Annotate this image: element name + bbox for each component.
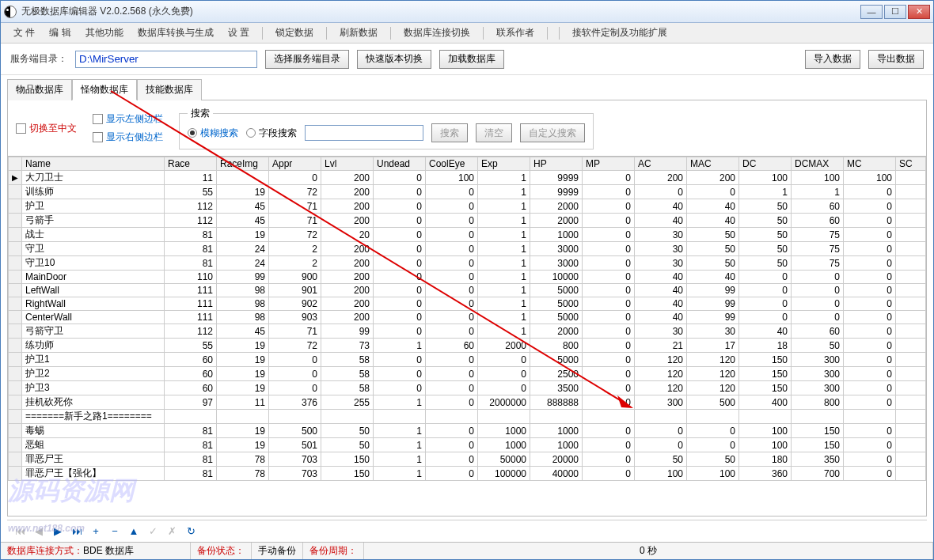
column-header[interactable]: Race (165, 157, 217, 171)
conn-label: 数据库连接方式： (7, 544, 83, 558)
column-header[interactable]: MP (583, 157, 635, 171)
backup-period-label: 备份周期： (309, 544, 357, 558)
menu-item[interactable]: 编 辑 (43, 24, 77, 42)
table-row[interactable]: 护卫16019058000500001201201503000 (9, 353, 926, 367)
table-row[interactable]: LeftWall11198901200001500004099000 (9, 284, 926, 297)
nav-add-icon[interactable]: + (89, 525, 102, 538)
table-row[interactable]: =======新手之路1======== (9, 410, 926, 424)
conn-value: BDE 数据库 (83, 544, 134, 558)
table-row[interactable]: 训练师5519722000019999000110 (9, 185, 926, 199)
column-header[interactable]: DC (739, 157, 792, 171)
show-right-checkbox[interactable]: 显示右侧边栏 (93, 131, 163, 144)
menu-item[interactable]: 文 件 (7, 24, 41, 42)
column-header[interactable]: Undead (374, 157, 426, 171)
menubar: 文 件编 辑其他功能数据库转换与生成设 置锁定数据刷新数据数据库连接切换联系作者… (1, 23, 933, 44)
import-button[interactable]: 导入数据 (805, 50, 860, 69)
backup-state-value: 手动备份 (258, 544, 296, 558)
column-header[interactable]: AC (635, 157, 687, 171)
toolbar: 服务端目录： 选择服务端目录 快速版本切换 加载数据库 导入数据 导出数据 (1, 44, 933, 75)
menu-item[interactable]: 接软件定制及功能扩展 (566, 24, 674, 42)
menu-item[interactable]: 联系作者 (490, 24, 541, 42)
table-row[interactable]: 罪恶尸王【强化】81787031501010000040000010010036… (9, 467, 926, 481)
server-path-input[interactable] (75, 51, 257, 68)
table-row[interactable]: 毒蜴81195005010100010000001001500 (9, 424, 926, 438)
table-row[interactable]: CenterWall11198903200001500004099000 (9, 311, 926, 324)
table-row[interactable]: 恶蛆81195015010100010000001001500 (9, 438, 926, 452)
table-row[interactable]: 弓箭手112457120000120000404050600 (9, 214, 926, 228)
column-header[interactable]: MAC (687, 157, 739, 171)
nav-first-icon[interactable]: ⏮ (13, 525, 26, 538)
path-label: 服务端目录： (10, 52, 67, 66)
backup-state-label: 备份状态： (197, 544, 245, 558)
table-row[interactable]: MainDoor110999002000011000004040000 (9, 271, 926, 284)
nav-edit-icon[interactable]: ▲ (127, 525, 140, 538)
table-row[interactable]: 挂机砍死你97113762551020000008888880300500400… (9, 395, 926, 410)
table-row[interactable]: 护卫26019058000250001201201503000 (9, 367, 926, 381)
menu-item[interactable]: 数据库转换与生成 (131, 24, 220, 42)
choose-dir-button[interactable]: 选择服务端目录 (265, 50, 349, 69)
nav-post-icon[interactable]: ✓ (146, 525, 159, 538)
field-search-radio[interactable]: 字段搜索 (246, 127, 297, 140)
table-row[interactable]: 练功师5519727316020008000211718500 (9, 339, 926, 353)
table-row[interactable]: 护卫36019058000350001201201503000 (9, 381, 926, 395)
table-row[interactable]: 战士8119722000110000305050750 (9, 228, 926, 242)
table-row[interactable]: 守卫108124220000130000305050750 (9, 256, 926, 271)
custom-search-button[interactable]: 自定义搜索 (520, 123, 585, 142)
column-header[interactable]: Exp (478, 157, 530, 171)
nav-last-icon[interactable]: ⏭ (70, 525, 83, 538)
switch-cn-checkbox[interactable]: 切换至中文 (16, 122, 77, 135)
fuzzy-search-radio[interactable]: 模糊搜索 (188, 127, 238, 140)
column-header[interactable]: CoolEye (426, 157, 478, 171)
search-button[interactable]: 搜索 (431, 123, 468, 142)
column-header[interactable]: HP (530, 157, 583, 171)
show-left-checkbox[interactable]: 显示左侧边栏 (93, 112, 163, 126)
tabs: 物品数据库怪物数据库技能数据库 (1, 75, 933, 100)
export-button[interactable]: 导出数据 (868, 50, 924, 69)
maximize-button[interactable]: ☐ (884, 5, 906, 19)
nav-cancel-icon[interactable]: ✗ (165, 525, 178, 538)
column-header[interactable]: Lvl (321, 157, 374, 171)
table-row[interactable]: RightWall11198902200001500004099000 (9, 297, 926, 311)
menu-item[interactable]: 数据库连接切换 (397, 24, 476, 42)
quick-switch-button[interactable]: 快速版本切换 (357, 50, 431, 69)
nav-delete-icon[interactable]: − (108, 525, 121, 538)
titlebar: 无极数据库编辑器 V2.0.2.568 (永久免费) — ☐ ✕ (1, 1, 933, 23)
column-header[interactable]: MC (844, 157, 896, 171)
data-grid[interactable]: NameRaceRaceImgApprLvlUndeadCoolEyeExpHP… (8, 156, 926, 516)
tab[interactable]: 物品数据库 (7, 79, 72, 100)
menu-item[interactable]: 刷新数据 (333, 24, 384, 42)
app-icon (4, 6, 17, 18)
minimize-button[interactable]: — (860, 5, 883, 19)
column-header[interactable]: Name (22, 157, 165, 171)
nav-prev-icon[interactable]: ◀ (32, 525, 45, 538)
nav-next-icon[interactable]: ▶ (51, 525, 64, 538)
table-row[interactable]: 守卫8124220000130000305050750 (9, 242, 926, 256)
table-row[interactable]: ▶大刀卫士1102000100199990200200100100100 (9, 171, 926, 185)
search-group: 搜索 模糊搜索 字段搜索 搜索 清空 自定义搜索 (179, 107, 594, 149)
tab[interactable]: 怪物数据库 (72, 79, 137, 100)
record-nav-toolbar: ⏮ ◀ ▶ ⏭ + − ▲ ✓ ✗ ↻ (7, 520, 927, 542)
menu-item[interactable]: 锁定数据 (269, 24, 320, 42)
column-header[interactable]: Appr (269, 157, 321, 171)
table-row[interactable]: 护卫112457120000120000404050600 (9, 199, 926, 214)
column-header[interactable]: RaceImg (217, 157, 269, 171)
column-header[interactable]: DCMAX (792, 157, 844, 171)
menu-item[interactable]: 设 置 (222, 24, 256, 42)
load-db-button[interactable]: 加载数据库 (439, 50, 504, 69)
timer-value: 0 秒 (640, 544, 657, 558)
menu-item[interactable]: 其他功能 (79, 24, 130, 42)
column-header[interactable]: SC (896, 157, 926, 171)
tab[interactable]: 技能数据库 (137, 79, 202, 100)
statusbar: 数据库连接方式： BDE 数据库 备份状态： 手动备份 备份周期： 0 秒 (1, 542, 933, 559)
window-title: 无极数据库编辑器 V2.0.2.568 (永久免费) (21, 5, 860, 18)
close-button[interactable]: ✕ (908, 5, 930, 19)
nav-refresh-icon[interactable]: ↻ (184, 525, 197, 538)
clear-button[interactable]: 清空 (476, 123, 512, 142)
content-pane: 切换至中文 显示左侧边栏 显示右侧边栏 搜索 模糊搜索 (7, 100, 927, 516)
table-row[interactable]: 罪恶尸王8178703150105000020000050501803500 (9, 452, 926, 467)
table-row[interactable]: 弓箭守卫11245719900120000303040600 (9, 324, 926, 339)
search-input[interactable] (305, 125, 423, 141)
